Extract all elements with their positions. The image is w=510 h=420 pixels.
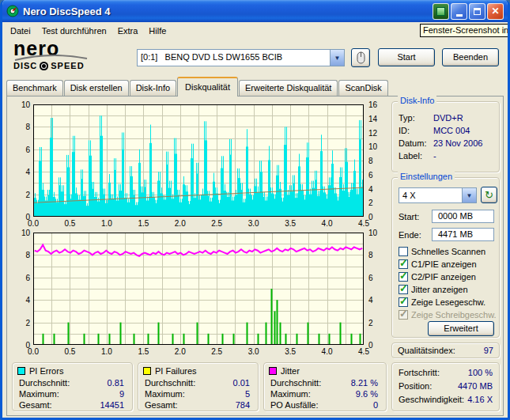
nero-logo: nero DISC SPEED bbox=[13, 40, 116, 70]
minimize-icon bbox=[456, 14, 463, 17]
settings-title: Einstellungen bbox=[398, 172, 455, 181]
menu-datei[interactable]: Datei bbox=[5, 25, 36, 37]
checkbox-jitter[interactable]: ✓ Jitter anzeigen bbox=[399, 284, 497, 295]
stat-value: 5 bbox=[245, 389, 250, 399]
axis-tick-label: 10 bbox=[368, 229, 377, 237]
axis-tick-label: 2 bbox=[25, 319, 30, 327]
axis-tick-label: 4 bbox=[368, 296, 373, 305]
position-label: Position: bbox=[399, 381, 432, 391]
tab-scandisk[interactable]: ScanDisk bbox=[338, 80, 387, 96]
axis-tick-label: 4 bbox=[25, 168, 30, 176]
jitter-chart-right-axis: 0246810 bbox=[366, 233, 387, 345]
axis-tick-label: 4 bbox=[368, 185, 373, 194]
pi-failures-stats: PI Failures Durchschnitt:0.01 Maximum:5 … bbox=[138, 362, 259, 411]
jitter-pif-chart bbox=[33, 233, 364, 345]
axis-tick-label: 16 bbox=[368, 100, 377, 109]
quit-button[interactable]: Beenden bbox=[442, 48, 499, 66]
axis-tick-label: 6 bbox=[368, 274, 373, 282]
jitter-stats: Jitter Durchschnitt:8.21 % Maximum:9.6 %… bbox=[263, 362, 387, 411]
refresh-speeds-button[interactable]: ↻ bbox=[481, 187, 497, 203]
title-bar[interactable]: Nero DiscSpeed 4 ✕ bbox=[2, 0, 508, 22]
pi-failures-color-swatch bbox=[143, 367, 151, 375]
axis-tick-label: 0.5 bbox=[64, 219, 75, 228]
minimize-button[interactable] bbox=[451, 3, 467, 20]
tab-diskqualitaet[interactable]: Diskqualität bbox=[177, 77, 238, 96]
drive-select-value: [0:1] BENQ DVD LS DW1655 BCIB bbox=[138, 50, 330, 66]
axis-tick-label: 8 bbox=[368, 157, 373, 165]
disk-info-group: Disk-Info Typ:DVD+R ID:MCC 004 Datum:23 … bbox=[391, 101, 500, 172]
drive-select-arrow[interactable]: ▼ bbox=[330, 50, 344, 66]
menu-extra[interactable]: Extra bbox=[112, 25, 144, 37]
axis-tick-label: 8 bbox=[368, 251, 373, 259]
checkbox-show-read-speed[interactable]: ✓ Zeige Lesegeschw. bbox=[399, 297, 497, 308]
discspeed-right: SPEED bbox=[51, 61, 84, 70]
checkbox-box: ✓ bbox=[399, 310, 408, 320]
stat-value: 9 bbox=[119, 389, 124, 399]
speed-value: 4.16 X bbox=[467, 395, 493, 404]
stat-value: 0 bbox=[373, 400, 378, 410]
settings-group: Einstellungen 4 X ▼ ↻ Start: 0000 MB End… bbox=[391, 177, 500, 338]
tab-benchmark[interactable]: Benchmark bbox=[6, 80, 63, 96]
axis-tick-label: 3.5 bbox=[285, 219, 296, 228]
menu-test-durchfuehren[interactable]: Test durchführen bbox=[36, 25, 112, 37]
checkbox-box: ✓ bbox=[399, 259, 408, 269]
stat-label: Gesamt: bbox=[145, 400, 178, 410]
axis-tick-label: 3.0 bbox=[248, 347, 259, 356]
axis-tick-label: 6 bbox=[25, 274, 30, 282]
check-icon: ✓ bbox=[399, 308, 408, 320]
pie-chart-right-axis: 0246810121416 bbox=[366, 104, 387, 217]
stat-label: Durchschnitt: bbox=[19, 378, 70, 388]
checkbox-fast-scan[interactable]: ✓ Schnelles Scannen bbox=[399, 246, 497, 257]
stat-value: 9.6 % bbox=[356, 389, 378, 399]
stat-value: 0.81 bbox=[108, 378, 124, 388]
jitter-chart-left-axis: 0246810 bbox=[9, 233, 32, 345]
discspeed-disc-icon bbox=[40, 62, 48, 70]
axis-tick-label: 0.0 bbox=[28, 347, 39, 356]
stat-label: Durchschnitt: bbox=[270, 378, 321, 388]
end-position-field[interactable]: 4471 MB bbox=[432, 228, 494, 241]
disk-date-value: 23 Nov 2006 bbox=[433, 138, 482, 148]
advanced-button[interactable]: Erweitert bbox=[428, 321, 494, 336]
axis-tick-label: 2 bbox=[25, 191, 30, 199]
speed-select-arrow[interactable]: ▼ bbox=[462, 188, 476, 202]
start-position-label: Start: bbox=[399, 212, 419, 221]
screenshot-icon bbox=[436, 7, 445, 16]
progress-label: Fortschritt: bbox=[399, 368, 440, 377]
checkbox-label: C2/PIF anzeigen bbox=[411, 272, 476, 282]
discspeed-left: DISC bbox=[13, 61, 37, 70]
stat-label: Maximum: bbox=[19, 389, 59, 399]
speed-select[interactable]: 4 X ▼ bbox=[399, 187, 477, 203]
app-window: Nero DiscSpeed 4 ✕ Datei Test durchführe… bbox=[0, 0, 510, 420]
quality-index-label: Qualitätsindex: bbox=[398, 346, 455, 355]
start-button[interactable]: Start bbox=[378, 48, 435, 66]
axis-tick-label: 3.5 bbox=[285, 347, 296, 356]
checkbox-show-write-speed: ✓ Zeige Schreibgeschw. bbox=[399, 309, 497, 320]
disk-id-value: MCC 004 bbox=[433, 126, 470, 135]
drive-select[interactable]: [0:1] BENQ DVD LS DW1655 BCIB ▼ bbox=[137, 49, 345, 66]
checkbox-box: ✓ bbox=[399, 247, 408, 256]
tab-disk-info[interactable]: Disk-Info bbox=[130, 80, 176, 96]
speed-label: Geschwindigkeit: bbox=[399, 395, 464, 404]
tab-disk-erstellen[interactable]: Disk erstellen bbox=[64, 80, 129, 96]
axis-tick-label: 8 bbox=[25, 251, 30, 259]
axis-tick-label: 10 bbox=[21, 229, 30, 237]
tooltip: Fenster-Screenshot in bbox=[420, 24, 508, 37]
eject-mouse-button[interactable] bbox=[351, 48, 370, 67]
disk-info-title: Disk-Info bbox=[398, 96, 436, 105]
menu-hilfe[interactable]: Hilfe bbox=[143, 25, 172, 37]
close-button[interactable]: ✕ bbox=[487, 3, 504, 20]
quality-index-value: 97 bbox=[484, 346, 493, 355]
start-position-field[interactable]: 0000 MB bbox=[432, 210, 494, 223]
screenshot-button[interactable] bbox=[433, 3, 449, 20]
stat-value: 784 bbox=[236, 400, 250, 410]
app-icon bbox=[6, 5, 19, 17]
checkbox-c1-pie[interactable]: ✓ C1/PIE anzeigen bbox=[399, 259, 497, 270]
axis-tick-label: 2 bbox=[368, 319, 373, 327]
progress-panel: Fortschritt:100 % Position:4470 MB Gesch… bbox=[391, 362, 500, 411]
pi-errors-title: PI Errors bbox=[29, 366, 63, 376]
axis-tick-label: 2.5 bbox=[211, 347, 222, 356]
maximize-button[interactable] bbox=[469, 3, 485, 20]
tab-erweiterte-diskqualitaet[interactable]: Erweiterte Diskqualität bbox=[239, 80, 338, 96]
checkbox-c2-pif[interactable]: ✓ C2/PIF anzeigen bbox=[399, 271, 497, 282]
axis-tick-label: 6 bbox=[368, 171, 373, 180]
